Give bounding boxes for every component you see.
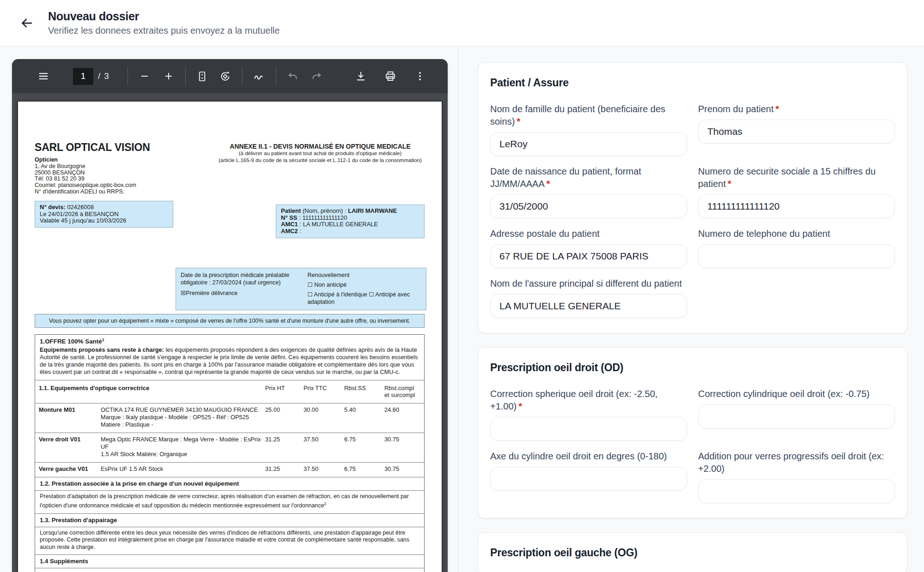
field-od-axis: Axe du cylindre oeil droit en degres (0-…	[490, 450, 687, 491]
field-label: Nom de l'assure principal si different d…	[490, 277, 687, 290]
fit-page-icon	[196, 71, 208, 82]
phone-input[interactable]	[698, 244, 895, 268]
subtotal-row: SOUS-TOTAL OFFRE 100% SANTE 87.50 105.00	[35, 568, 424, 572]
column-rbst-compl: Rbst.compl et surcompl	[384, 385, 424, 398]
last-name-input[interactable]	[490, 132, 687, 156]
renewal-option-2: ☐ Anticipé à l'identique ☐ Anticipé avec…	[307, 291, 423, 306]
redo-button[interactable]	[308, 67, 326, 85]
row-name: Verre droit V01	[35, 436, 101, 458]
vendor-email: Courriel: planoiseoptique.optic-box.com	[35, 182, 150, 189]
pdf-viewer: 1 / 3	[12, 59, 448, 572]
devis-validity-line: Valable 45 j jusqu'au 10/03/2026	[40, 217, 168, 224]
field-od-addition: Addition pour verres progressifs oeil dr…	[698, 450, 895, 503]
field-label: Correction cylindrique oeil droit (ex: -…	[698, 388, 895, 400]
row-rbst-compl: 30.75	[384, 436, 424, 458]
page-number-input[interactable]: 1	[73, 68, 93, 85]
field-label: Adresse postale du patient	[490, 228, 687, 240]
row-prix-ht: 31.25	[265, 436, 304, 458]
birth-date-input[interactable]	[490, 194, 687, 218]
download-button[interactable]	[352, 67, 370, 85]
row-description: OCTIKA 174 RUE GUYNEMER 34130 MAUGUIO FR…	[101, 406, 265, 428]
document-header: SARL OPTICAL VISION Opticien 1, Av de Bo…	[35, 141, 425, 195]
ssn-input[interactable]	[698, 194, 895, 218]
toolbar-divider	[276, 67, 276, 85]
undo-button[interactable]	[284, 67, 302, 85]
patient-ss-line: N° SS : 111111111111120	[281, 215, 419, 222]
od-card-title: Prescription oeil droit (OD)	[490, 359, 895, 374]
page-title: Nouveau dossier	[48, 10, 280, 23]
annexe-title: ANNEXE II.1 - DEVIS NORMALISÉ EN OPTIQUE…	[216, 143, 425, 150]
offer-intro: 1.OFFRE 100% Santé1 Equipements proposés…	[35, 335, 424, 380]
row-prix-ht: 25.00	[265, 406, 304, 428]
vendor-city: 25000 BESANÇON	[35, 170, 150, 176]
arrow-left-icon	[20, 16, 34, 30]
zoom-out-button[interactable]	[135, 67, 154, 85]
row-description: Mega Optic FRANCE Marque : Mega Verre - …	[101, 436, 265, 458]
print-icon	[384, 70, 396, 82]
pdf-canvas[interactable]: SARL OPTICAL VISION Opticien 1, Av de Bo…	[12, 93, 448, 572]
field-ssn: Numero de securite sociale a 15 chiffres…	[698, 165, 895, 218]
section-1-2-title: 1.2. Prestation associée à la prise en c…	[35, 477, 424, 490]
table-row: Monture M01 OCTIKA 174 RUE GUYNEMER 3413…	[35, 403, 424, 433]
field-label: Nom de famille du patient (beneficiaire …	[490, 103, 687, 128]
devis-number-line: N° devis: 02426008	[40, 204, 168, 211]
table-row: Verre gauche V01 EsPrix UF 1.5 AR Stock …	[35, 462, 424, 477]
od-addition-input[interactable]	[698, 479, 895, 503]
more-options-button[interactable]	[411, 67, 429, 85]
patient-amc2-line: AMC2 :	[281, 228, 419, 235]
vendor-id: N° d'identification ADELI ou RRPS:	[35, 189, 150, 195]
rotate-button[interactable]	[216, 67, 235, 85]
menu-button[interactable]	[34, 67, 53, 85]
draw-squiggle-icon	[253, 70, 265, 83]
annexe-block: ANNEXE II.1 - DEVIS NORMALISÉ EN OPTIQUE…	[216, 143, 425, 195]
required-asterisk: *	[728, 179, 731, 189]
insured-name-input[interactable]	[490, 294, 687, 318]
row-rbst-ss: 6.75	[344, 436, 384, 458]
row-rbst-compl: 24.60	[384, 406, 424, 428]
field-label: Prenom du patient*	[698, 103, 895, 115]
column-prix-ht: Prix HT	[265, 385, 304, 398]
annexe-line2: (à délivrer au patient avant tout achat …	[216, 150, 425, 157]
devis-info-box: N° devis: 02426008 Le 24/01/2026 à BESAN…	[35, 201, 173, 228]
offer-title: 1.OFFRE 100% Santé1	[40, 337, 419, 345]
od-axis-input[interactable]	[490, 467, 687, 491]
od-cylinder-input[interactable]	[698, 404, 895, 428]
row-rbst-ss: 6.75	[344, 465, 384, 473]
column-equipment: 1.1. Equipements d'optique correctrice	[35, 385, 265, 398]
zoom-out-icon	[139, 71, 150, 82]
table-header-row: 1.1. Equipements d'optique correctrice P…	[35, 380, 424, 403]
print-button[interactable]	[381, 67, 400, 85]
mixte-banner: Vous pouvez opter pour un équipement « m…	[35, 314, 425, 328]
page-count: / 3	[98, 71, 109, 81]
row-prix-ttc: 37.50	[304, 436, 344, 458]
section-1-4-title: 1.4 Suppléments	[35, 554, 424, 568]
offer-paragraph: Equipements proposés sans reste à charge…	[40, 346, 419, 376]
pdf-toolbar: 1 / 3	[12, 59, 448, 93]
annotate-button[interactable]	[250, 67, 268, 85]
prescription-date-line: Date de la prescription médicale préalab…	[181, 271, 303, 286]
section-1-2-body: Prestation d'adaptation de la prescripti…	[35, 490, 424, 513]
header-text: Nouveau dossier Verifiez les donnees ext…	[48, 10, 280, 36]
address-input[interactable]	[490, 244, 687, 268]
field-label: Addition pour verres progressifs oeil dr…	[698, 450, 895, 475]
patient-amc1-line: AMC1 : LA MUTUELLE GENERALE	[281, 221, 419, 228]
renewal-title: Renouvellement	[307, 271, 423, 279]
vendor-address: 1, Av de Bourgogne	[35, 163, 150, 170]
row-rbst-ss: 5.40	[344, 406, 384, 428]
og-card-title: Prescription oeil gauche (OG)	[490, 544, 895, 559]
od-prescription-card: Prescription oeil droit (OD) Correction …	[478, 347, 907, 518]
vendor-block: SARL OPTICAL VISION Opticien 1, Av de Bo…	[35, 141, 150, 195]
download-icon	[355, 70, 367, 82]
back-button[interactable]	[18, 14, 36, 32]
first-name-input[interactable]	[698, 120, 895, 144]
page-subtitle: Verifiez les donnees extraites puis envo…	[48, 25, 280, 36]
zoom-in-button[interactable]	[159, 67, 178, 85]
od-sphere-input[interactable]	[490, 417, 687, 441]
field-address: Adresse postale du patient	[490, 228, 687, 268]
row-name: Monture M01	[35, 406, 101, 428]
og-prescription-card: Prescription oeil gauche (OG)	[478, 532, 907, 572]
fit-page-button[interactable]	[193, 67, 212, 85]
more-vertical-icon	[414, 71, 426, 82]
field-first-name: Prenom du patient*	[698, 103, 895, 144]
field-label: Date de naissance du patient, format JJ/…	[490, 165, 687, 190]
